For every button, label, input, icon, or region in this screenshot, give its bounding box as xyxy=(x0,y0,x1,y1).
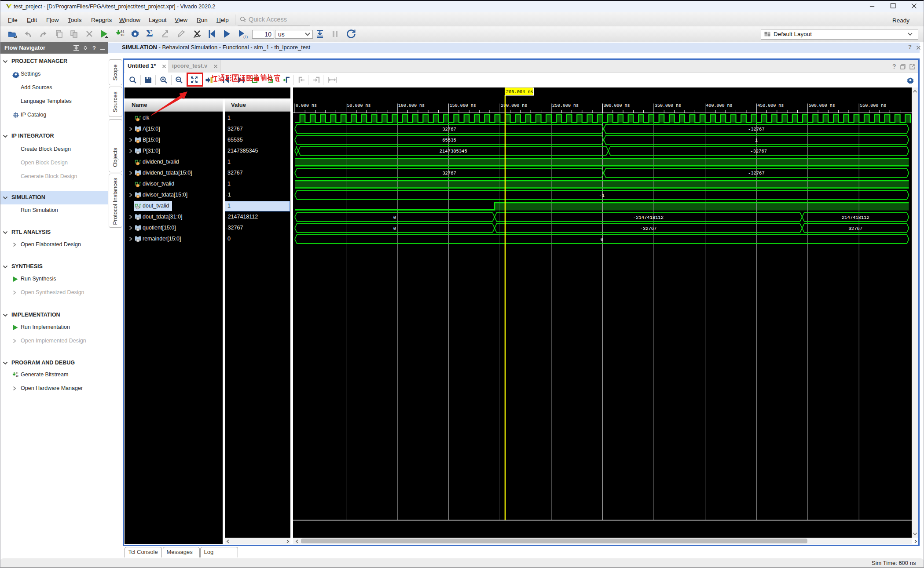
svg-text:32767: 32767 xyxy=(849,226,863,231)
svg-text:0.000 ns: 0.000 ns xyxy=(296,103,317,108)
svg-text:1: 1 xyxy=(755,138,758,143)
svg-text:150.000 ns: 150.000 ns xyxy=(450,103,476,108)
svg-text:01: 01 xyxy=(16,372,18,375)
svg-text:0: 0 xyxy=(393,215,396,220)
svg-text:450.000 ns: 450.000 ns xyxy=(757,103,784,108)
svg-text:65535: 65535 xyxy=(442,138,456,143)
svg-text:-32767: -32767 xyxy=(640,226,657,231)
svg-text:(T): (T) xyxy=(243,35,248,39)
svg-text:32767: 32767 xyxy=(442,171,456,176)
svg-text:10: 10 xyxy=(121,33,124,37)
svg-text:32767: 32767 xyxy=(442,127,456,132)
svg-text:0: 0 xyxy=(393,226,396,231)
svg-text:100.000 ns: 100.000 ns xyxy=(398,103,425,108)
svg-text:300.000 ns: 300.000 ns xyxy=(604,103,630,108)
svg-text:350.000 ns: 350.000 ns xyxy=(655,103,681,108)
svg-text:550.000 ns: 550.000 ns xyxy=(860,103,886,108)
svg-text:400.000 ns: 400.000 ns xyxy=(706,103,733,108)
svg-text:-2147418112: -2147418112 xyxy=(633,215,664,220)
svg-text:500.000 ns: 500.000 ns xyxy=(809,103,835,108)
svg-text:?: ? xyxy=(92,45,96,51)
svg-text:2147418112: 2147418112 xyxy=(842,215,869,220)
svg-text:-1: -1 xyxy=(599,193,605,198)
svg-text:205.004 ns: 205.004 ns xyxy=(506,89,533,95)
svg-text:250.000 ns: 250.000 ns xyxy=(552,103,579,108)
svg-text:-32767: -32767 xyxy=(748,171,765,176)
svg-text:-32767: -32767 xyxy=(748,127,765,132)
svg-text:01: 01 xyxy=(121,30,124,33)
svg-text:2147385345: 2147385345 xyxy=(440,149,467,154)
svg-text:10: 10 xyxy=(16,375,18,378)
svg-text:0: 0 xyxy=(601,237,603,242)
svg-text:50.000 ns: 50.000 ns xyxy=(347,103,371,108)
svg-text:-32767: -32767 xyxy=(750,149,767,154)
